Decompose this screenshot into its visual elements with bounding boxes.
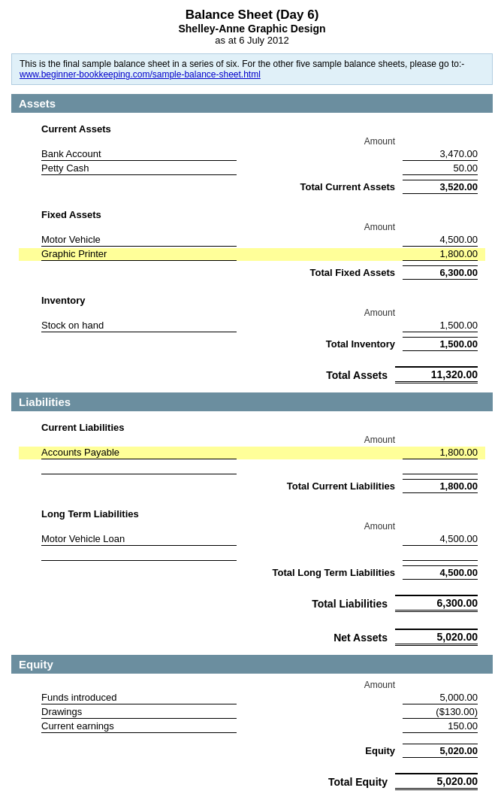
- total-equity-label: Total Equity: [328, 776, 388, 788]
- drawings-amount: ($130.00): [403, 706, 478, 719]
- accounts-payable-label: Accounts Payable: [41, 447, 237, 459]
- funds-introduced-label: Funds introduced: [41, 692, 237, 704]
- equity-subtotal-label: Equity: [365, 745, 395, 756]
- petty-cash-label: Petty Cash: [41, 162, 237, 175]
- company-name: Shelley-Anne Graphic Design: [11, 23, 493, 35]
- total-long-term-liabilities-amount: 4,500.00: [403, 565, 478, 580]
- total-fixed-assets-amount: 6,300.00: [403, 265, 478, 280]
- page: Balance Sheet (Day 6) Shelley-Anne Graph…: [0, 0, 504, 812]
- total-current-assets-label: Total Current Assets: [300, 181, 395, 192]
- drawings-row: Drawings ($130.00): [19, 706, 485, 719]
- info-box: This is the final sample balance sheet i…: [11, 53, 493, 85]
- motor-vehicle-loan-label: Motor Vehicle Loan: [41, 533, 237, 546]
- total-current-liabilities-amount: 1,800.00: [403, 479, 478, 493]
- empty-amount-2: [403, 549, 478, 561]
- stock-on-hand-row: Stock on hand 1,500.00: [19, 320, 485, 332]
- fixed-assets-title: Fixed Assets: [41, 209, 485, 220]
- motor-vehicle-label: Motor Vehicle: [41, 234, 237, 247]
- total-assets-row: Total Assets 11,320.00: [19, 366, 485, 383]
- net-assets-label: Net Assets: [333, 632, 388, 644]
- total-equity-amount: 5,020.00: [395, 773, 478, 790]
- total-assets-amount: 11,320.00: [395, 366, 478, 383]
- liabilities-section-header: Liabilities: [11, 392, 493, 411]
- bank-account-label: Bank Account: [41, 148, 237, 161]
- graphic-printer-label: Graphic Printer: [41, 248, 237, 261]
- total-liabilities-row: Total Liabilities 6,300.00: [19, 595, 485, 612]
- drawings-label: Drawings: [41, 706, 237, 719]
- current-earnings-amount: 150.00: [403, 720, 478, 733]
- net-assets-amount: 5,020.00: [395, 629, 478, 646]
- total-assets-label: Total Assets: [326, 369, 388, 381]
- net-assets-row: Net Assets 5,020.00: [19, 629, 485, 646]
- current-earnings-row: Current earnings 150.00: [19, 720, 485, 733]
- assets-section-body: Current Assets Amount Bank Account 3,470…: [11, 114, 493, 392]
- total-current-assets-amount: 3,520.00: [403, 180, 478, 194]
- equity-section-body: Amount Funds introduced 5,000.00 Drawing…: [11, 675, 493, 799]
- total-liabilities-label: Total Liabilities: [312, 598, 388, 610]
- stock-on-hand-amount: 1,500.00: [403, 320, 478, 332]
- petty-cash-row: Petty Cash 50.00: [19, 162, 485, 175]
- empty-line-long-term: [19, 547, 485, 561]
- info-link[interactable]: www.beginner-bookkeeping.com/sample-bala…: [20, 69, 261, 80]
- motor-vehicle-row: Motor Vehicle 4,500.00: [19, 234, 485, 247]
- empty-line-liabilities: [19, 461, 485, 474]
- liabilities-section-body: Current Liabilities Amount Accounts Paya…: [11, 413, 493, 655]
- page-header: Balance Sheet (Day 6) Shelley-Anne Graph…: [11, 8, 493, 46]
- empty-amount: [403, 462, 478, 474]
- bank-account-row: Bank Account 3,470.00: [19, 148, 485, 161]
- equity-section-header: Equity: [11, 655, 493, 674]
- empty-label: [41, 462, 237, 474]
- total-inventory-amount: 1,500.00: [403, 337, 478, 351]
- current-assets-title: Current Assets: [41, 123, 485, 135]
- page-title: Balance Sheet (Day 6): [11, 8, 493, 23]
- equity-amount-header: Amount: [19, 680, 485, 690]
- accounts-payable-row: Accounts Payable 1,800.00: [19, 447, 485, 459]
- total-long-term-liabilities-label: Total Long Term Liabilities: [273, 567, 395, 578]
- assets-section-header: Assets: [11, 94, 493, 113]
- current-earnings-label: Current earnings: [41, 720, 237, 733]
- funds-introduced-row: Funds introduced 5,000.00: [19, 692, 485, 704]
- funds-introduced-amount: 5,000.00: [403, 692, 478, 704]
- equity-subtotal-row: Equity 5,020.00: [19, 744, 485, 758]
- total-current-liabilities-label: Total Current Liabilities: [287, 480, 395, 492]
- equity-subtotal-amount: 5,020.00: [403, 744, 478, 758]
- motor-vehicle-amount: 4,500.00: [403, 234, 478, 247]
- current-liabilities-amount-header: Amount: [19, 435, 485, 445]
- long-term-liabilities-amount-header: Amount: [19, 521, 485, 532]
- total-current-liabilities-row: Total Current Liabilities 1,800.00: [19, 479, 485, 493]
- empty-label-2: [41, 549, 237, 561]
- report-date: as at 6 July 2012: [11, 35, 493, 46]
- total-long-term-liabilities-row: Total Long Term Liabilities 4,500.00: [19, 565, 485, 580]
- bank-account-amount: 3,470.00: [403, 148, 478, 161]
- graphic-printer-amount: 1,800.00: [403, 248, 478, 261]
- inventory-title: Inventory: [41, 295, 485, 306]
- inventory-amount-header: Amount: [19, 308, 485, 318]
- motor-vehicle-loan-amount: 4,500.00: [403, 533, 478, 546]
- motor-vehicle-loan-row: Motor Vehicle Loan 4,500.00: [19, 533, 485, 546]
- petty-cash-amount: 50.00: [403, 162, 478, 175]
- accounts-payable-amount: 1,800.00: [403, 447, 478, 459]
- total-inventory-label: Total Inventory: [326, 338, 395, 350]
- total-inventory-row: Total Inventory 1,500.00: [19, 337, 485, 351]
- total-equity-row: Total Equity 5,020.00: [19, 773, 485, 790]
- total-fixed-assets-row: Total Fixed Assets 6,300.00: [19, 265, 485, 280]
- current-assets-amount-header: Amount: [19, 136, 485, 147]
- total-liabilities-amount: 6,300.00: [395, 595, 478, 612]
- stock-on-hand-label: Stock on hand: [41, 320, 237, 332]
- fixed-assets-amount-header: Amount: [19, 222, 485, 232]
- total-fixed-assets-label: Total Fixed Assets: [310, 267, 395, 278]
- graphic-printer-row: Graphic Printer 1,800.00: [19, 248, 485, 261]
- current-liabilities-title: Current Liabilities: [41, 422, 485, 433]
- total-current-assets-row: Total Current Assets 3,520.00: [19, 180, 485, 194]
- info-text: This is the final sample balance sheet i…: [20, 59, 464, 69]
- long-term-liabilities-title: Long Term Liabilities: [41, 508, 485, 520]
